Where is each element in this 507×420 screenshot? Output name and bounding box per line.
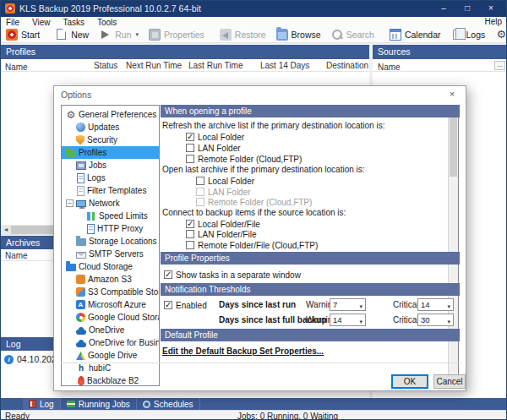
tree-item-hubic[interactable]: hhubiC (62, 362, 159, 374)
tree-item-s3-compatible-storage[interactable]: S3 Compatible Storage (62, 286, 159, 298)
tab-schedules[interactable]: Schedules (137, 398, 200, 410)
section-profile-properties: Profile Properties (161, 252, 460, 265)
s3-compatible-icon (76, 287, 85, 297)
tree-item-speed-limits[interactable]: Speed Limits (62, 210, 159, 222)
column-last-run-time[interactable]: Last Run Time (188, 61, 243, 70)
column-status[interactable]: Status (94, 61, 117, 70)
options-button[interactable]: ⚙ Options (490, 27, 507, 42)
log-panel-title: Log (6, 339, 21, 349)
network-monitor-icon (76, 200, 86, 207)
checkbox-connect-local-folder-file[interactable]: Local Folder/File (186, 219, 260, 229)
edit-default-backup-set-link[interactable]: Edit the Default Backup Set Properties..… (162, 346, 324, 356)
column-next-run-time[interactable]: Next Run Time (126, 61, 182, 70)
checkbox-box[interactable] (164, 301, 172, 309)
checkbox-box[interactable] (186, 155, 194, 163)
sort-asc-icon: ^ (5, 63, 8, 70)
tree-item-smtp-servers[interactable]: SMTP Servers (62, 248, 159, 260)
checkbox-show-tasks-separate-window[interactable]: Show tasks in a separate window (164, 270, 301, 280)
close-button[interactable]: × (481, 1, 501, 17)
ok-button[interactable]: OK (391, 374, 428, 389)
more-columns-button[interactable]: ... (494, 61, 505, 70)
scroll-left-icon[interactable]: ◄ (1, 225, 11, 235)
checkbox-refresh-lan-folder[interactable]: LAN Folder (186, 143, 241, 153)
tree-item-security[interactable]: Security (62, 134, 159, 146)
menu-bar: File View Tasks Tools Help (1, 17, 506, 26)
options-tree: ⚙General Preferences Updates Security Pr… (61, 105, 160, 386)
collapse-expander-icon[interactable]: − (66, 199, 74, 207)
tree-item-backblaze-b2[interactable]: Backblaze B2 (62, 374, 159, 386)
updates-globe-icon (76, 123, 85, 132)
jobs-icon (76, 161, 86, 170)
tree-item-general-preferences[interactable]: ⚙General Preferences (62, 108, 159, 121)
tree-item-storage-locations[interactable]: Storage Locations (62, 235, 159, 248)
run-dropdown-icon[interactable]: ▾ (135, 31, 139, 38)
label-days-since-last-run: Days since last run (219, 300, 296, 309)
tree-item-google-cloud-storage[interactable]: Google Cloud Storage (62, 311, 159, 324)
new-button[interactable]: New (50, 27, 94, 42)
minimize-button[interactable]: – (433, 1, 454, 17)
checkbox-refresh-local-folder[interactable]: Local Folder (186, 132, 244, 142)
tree-item-http-proxy[interactable]: HTTP Proxy (62, 222, 159, 235)
checkbox-box[interactable] (186, 230, 194, 238)
checkbox-box (196, 198, 204, 206)
checkbox-connect-lan-folder-file[interactable]: LAN Folder/File (186, 229, 256, 239)
amazon-s3-icon (76, 275, 85, 284)
dialog-title: Options (61, 90, 91, 100)
tree-item-jobs[interactable]: Jobs (62, 159, 159, 172)
critical-days-full-backup-select[interactable]: 30 (417, 314, 454, 326)
checkbox-thresholds-enabled[interactable]: Enabled (164, 300, 207, 310)
tree-item-updates[interactable]: Updates (62, 121, 159, 134)
checkbox-box[interactable] (186, 241, 194, 249)
toolbar: Start New Run ▾ Properties Restore Brows… (1, 26, 506, 43)
run-button[interactable]: Run ▾ (94, 27, 144, 42)
maximize-button[interactable]: □ (457, 1, 477, 17)
tree-item-microsoft-azure[interactable]: AMicrosoft Azure (62, 298, 159, 311)
checkbox-box[interactable] (186, 133, 194, 141)
dialog-close-icon[interactable]: × (445, 88, 459, 101)
calendar-button[interactable]: Calendar (384, 27, 446, 42)
tree-item-filter-templates[interactable]: Filter Templates (62, 184, 159, 197)
cancel-button[interactable]: Cancel (433, 374, 466, 389)
log-tab-icon (29, 400, 36, 408)
checkbox-open-local-folder[interactable]: Local Folder (196, 176, 254, 186)
scrollbar-thumb[interactable] (450, 117, 457, 177)
gear-icon: ⚙ (66, 110, 76, 120)
column-destination[interactable]: Destination (326, 61, 368, 70)
start-button[interactable]: Start (1, 27, 45, 42)
logs-button[interactable]: Logs (446, 27, 491, 42)
checkbox-box[interactable] (164, 270, 172, 279)
critical-days-last-run-select[interactable]: 14 (417, 298, 454, 311)
group-label-refresh: Refresh the archive list if the primary … (162, 121, 384, 130)
checkbox-refresh-remote-folder[interactable]: Remote Folder (Cloud,FTP) (186, 154, 302, 164)
warning-days-last-run-select[interactable]: 7 (330, 298, 366, 311)
tab-log[interactable]: Log (23, 398, 61, 410)
tree-item-cloud-storage[interactable]: Cloud Storage (62, 260, 159, 273)
search-button[interactable]: Search (326, 27, 379, 42)
tree-item-onedrive[interactable]: OneDrive (62, 324, 159, 336)
checkbox-box[interactable] (196, 177, 204, 185)
menu-help[interactable]: Help (484, 17, 502, 26)
tree-item-onedrive-for-business[interactable]: OneDrive for Business (62, 336, 159, 349)
tree-item-google-drive[interactable]: Google Drive (62, 349, 159, 362)
tree-item-logs[interactable]: Logs (62, 172, 159, 184)
archives-panel-title: Archives (6, 237, 40, 248)
restore-button[interactable]: Restore (215, 27, 271, 42)
column-name[interactable]: Name (5, 251, 28, 260)
tab-running-jobs[interactable]: Running Jobs (61, 398, 137, 410)
group-label-connect: Connect to backup items if the source lo… (162, 208, 346, 217)
checkbox-connect-remote-folder-file[interactable]: Remote Folder/File (Cloud,FTP) (186, 240, 318, 250)
column-last-14-days[interactable]: Last 14 Days (260, 61, 309, 70)
tree-scrollbar[interactable]: ▲ ▼ (448, 105, 459, 386)
browse-button[interactable]: Browse (271, 27, 326, 42)
properties-button[interactable]: Properties (144, 27, 210, 42)
cloud-storage-folder-icon (66, 264, 76, 271)
running-jobs-icon (67, 401, 75, 407)
tree-item-profiles[interactable]: Profiles (62, 146, 159, 159)
tree-item-network[interactable]: − Network (62, 197, 159, 210)
warning-days-full-backup-select[interactable]: 14 (330, 314, 366, 326)
checkbox-box[interactable] (186, 220, 194, 228)
tree-item-amazon-s3[interactable]: Amazon S3 (62, 273, 159, 286)
google-drive-icon (76, 352, 85, 360)
onedrive-cloud-icon (76, 330, 86, 335)
checkbox-box[interactable] (186, 144, 194, 152)
